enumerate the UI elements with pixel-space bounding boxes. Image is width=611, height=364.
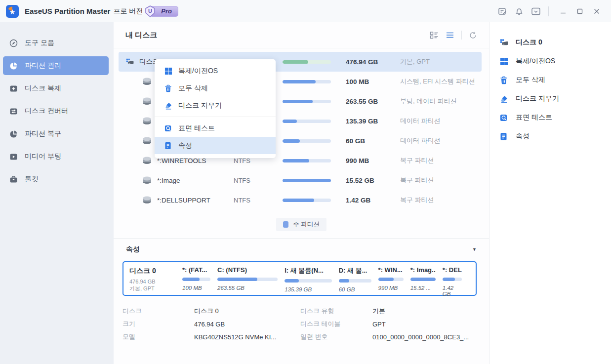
surface-test-icon bbox=[164, 124, 172, 132]
partition-icon bbox=[119, 97, 157, 105]
partition-usage-bar bbox=[283, 199, 331, 202]
action-wipe-disk[interactable]: 디스크 지우기 bbox=[489, 89, 611, 108]
pie-chart-icon bbox=[9, 62, 18, 70]
menu-divider bbox=[155, 117, 276, 117]
legend-color-swatch bbox=[283, 221, 288, 228]
disk-size: 476.94 GB bbox=[346, 58, 400, 66]
block-usage-bar bbox=[378, 278, 404, 281]
windows-icon bbox=[500, 57, 509, 66]
context-menu: 복제/이전OS 모두 삭제 디스크 지우기 표면 테스트 속성 bbox=[155, 59, 276, 158]
disk-map-block[interactable]: D: 새 볼... 60 GB bbox=[339, 266, 378, 291]
partition-recovery-icon bbox=[9, 130, 18, 138]
sidebar-item-partition-manager[interactable]: 파티션 관리 bbox=[3, 56, 109, 75]
pro-hexagon-icon: U bbox=[144, 5, 157, 18]
titlebar: ★ EaseUS Partition Master 프로 버전 Pro U bbox=[0, 0, 611, 22]
disk-map-block[interactable]: *: DEL... 1.42 GB bbox=[443, 266, 469, 291]
header-separator bbox=[461, 31, 462, 40]
notifications-bell-icon[interactable] bbox=[512, 4, 527, 18]
disk-map-block[interactable]: *: WIN... 990 MB bbox=[378, 266, 410, 291]
maximize-button[interactable] bbox=[572, 4, 587, 18]
properties-icon bbox=[500, 132, 509, 141]
toolkit-briefcase-icon bbox=[9, 175, 18, 184]
disk-type: 기본, GPT bbox=[400, 57, 482, 66]
left-sidebar: 도구 모음 파티션 관리 디스크 복제 bbox=[0, 22, 114, 364]
action-clone-migrate-os[interactable]: 복제/이전OS bbox=[489, 52, 611, 71]
sidebar-item-label: 디스크 컨버터 bbox=[25, 107, 68, 116]
sidebar-item-media-boot[interactable]: 미디어 부팅 bbox=[3, 147, 109, 166]
sidebar-item-partition-recovery[interactable]: 파티션 복구 bbox=[3, 124, 109, 143]
partition-icon bbox=[119, 78, 157, 85]
sidebar-item-label: 도구 모음 bbox=[25, 39, 54, 47]
disk-usage-bar bbox=[283, 60, 331, 64]
partition-row[interactable]: *:DELLSUPPORT NTFS 1.42 GB 복구 파티션 bbox=[119, 190, 482, 210]
menu-properties[interactable]: 속성 bbox=[155, 137, 276, 154]
disk-map-disk-info: 디스크 0 476.94 GB 기본, GPT bbox=[129, 266, 182, 291]
eraser-icon bbox=[164, 102, 172, 110]
disk-map-block[interactable]: I: 새 볼륨(N... 135.39 GB bbox=[285, 266, 339, 291]
disk-map-disk-meta: 기본, GPT bbox=[129, 285, 182, 292]
sidebar-item-label: 툴킷 bbox=[25, 175, 39, 184]
app-title: EaseUS Partition Master bbox=[25, 7, 110, 15]
primary-partition-legend: 주 파티션 bbox=[276, 218, 326, 231]
partition-usage-bar bbox=[283, 100, 331, 103]
block-usage-bar bbox=[410, 278, 436, 281]
partition-usage-bar bbox=[283, 80, 331, 83]
partition-icon bbox=[119, 137, 157, 145]
block-usage-bar bbox=[217, 278, 278, 281]
partition-icon bbox=[119, 117, 157, 125]
page-title: 내 디스크 bbox=[125, 31, 157, 40]
disk-converter-icon bbox=[9, 107, 18, 116]
action-panel-disk-title: 디스크 0 bbox=[489, 33, 611, 52]
sidebar-item-disk-converter[interactable]: 디스크 컨버터 bbox=[3, 102, 109, 121]
disk-map-panel[interactable]: 디스크 0 476.94 GB 기본, GPT *: (FAT... 100 M… bbox=[122, 261, 477, 296]
windows-icon bbox=[164, 67, 172, 75]
action-properties[interactable]: 속성 bbox=[489, 127, 611, 146]
eraser-icon bbox=[500, 94, 509, 103]
close-button[interactable] bbox=[589, 4, 604, 18]
menu-wipe-disk[interactable]: 디스크 지우기 bbox=[155, 97, 276, 114]
list-view-icon[interactable] bbox=[446, 32, 454, 39]
minimize-button[interactable] bbox=[556, 4, 570, 18]
properties-title: 속성 bbox=[126, 245, 472, 254]
action-surface-test[interactable]: 표면 테스트 bbox=[489, 108, 611, 127]
dropdown-box-icon[interactable] bbox=[529, 4, 543, 18]
sidebar-item-disk-clone[interactable]: 디스크 복제 bbox=[3, 79, 109, 98]
action-panel: 디스크 0 복제/이전OS 모두 삭제 디스크 지우기 표면 테스트 bbox=[489, 22, 611, 364]
partition-usage-bar bbox=[283, 179, 331, 182]
main-header: 내 디스크 bbox=[114, 22, 489, 48]
svg-text:U: U bbox=[148, 7, 152, 13]
feedback-icon[interactable] bbox=[495, 4, 510, 18]
block-usage-bar bbox=[285, 279, 332, 283]
action-delete-all[interactable]: 모두 삭제 bbox=[489, 71, 611, 89]
properties-header: 속성 ▼ bbox=[114, 239, 489, 259]
partition-icon bbox=[119, 157, 157, 164]
disk-copy-icon bbox=[9, 84, 18, 93]
titlebar-separator bbox=[548, 6, 549, 16]
partition-row[interactable]: *:Image NTFS 15.52 GB 복구 파티션 bbox=[119, 170, 482, 190]
sidebar-item-toolkit[interactable]: 툴킷 bbox=[3, 170, 109, 189]
menu-delete-all[interactable]: 모두 삭제 bbox=[155, 80, 276, 97]
disk-map-block[interactable]: C: (NTFS) 263.55 GB bbox=[217, 266, 285, 291]
chevron-down-icon[interactable]: ▼ bbox=[472, 247, 477, 252]
grid-view-icon[interactable] bbox=[430, 31, 439, 39]
disk-map-block[interactable]: *: Imag... 15.52 ... bbox=[410, 266, 443, 291]
disk-map-block[interactable]: *: (FAT... 100 MB bbox=[182, 266, 217, 291]
disk-map-blocks: *: (FAT... 100 MB C: (NTFS) 263.55 GB I:… bbox=[182, 266, 475, 291]
drive-icon bbox=[119, 57, 139, 66]
menu-surface-test[interactable]: 표면 테스트 bbox=[155, 120, 276, 137]
disk-map-disk-size: 476.94 GB bbox=[129, 278, 182, 285]
refresh-icon[interactable] bbox=[469, 31, 477, 40]
media-boot-icon bbox=[9, 153, 18, 161]
menu-clone-migrate-os[interactable]: 복제/이전OS bbox=[155, 62, 276, 80]
block-usage-bar bbox=[443, 278, 462, 281]
partition-usage-bar bbox=[283, 159, 331, 162]
svg-text:★: ★ bbox=[9, 7, 16, 15]
sidebar-item-label: 파티션 관리 bbox=[25, 61, 61, 70]
block-usage-bar bbox=[339, 279, 371, 283]
partition-usage-bar bbox=[283, 139, 331, 143]
partition-usage-bar bbox=[283, 120, 331, 123]
disk-details: 디스크 디스크 0 디스크 유형 기본 크기 476.94 GB 디스크 테이블… bbox=[122, 305, 489, 343]
pro-badge[interactable]: Pro U bbox=[150, 6, 178, 17]
sidebar-item-label: 디스크 복제 bbox=[25, 84, 61, 93]
sidebar-item-toolbox[interactable]: 도구 모음 bbox=[3, 34, 109, 52]
